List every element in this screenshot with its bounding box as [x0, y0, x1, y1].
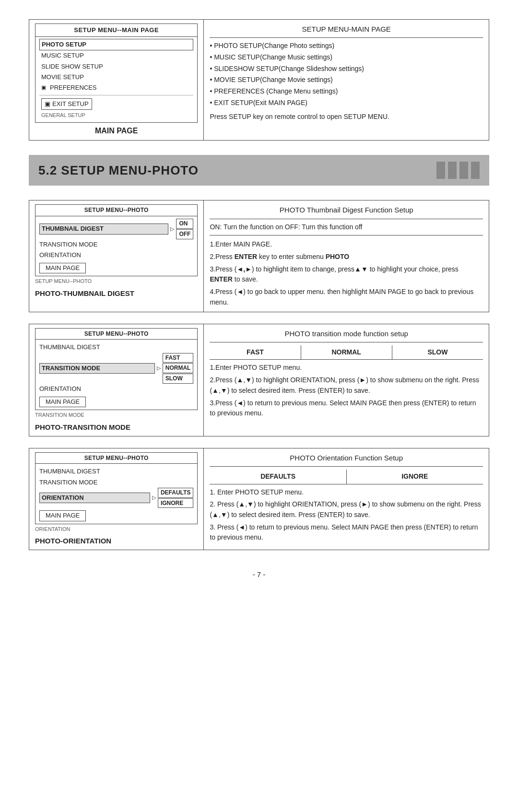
panel1-off-option[interactable]: OFF [176, 229, 193, 239]
panel2-normal-option[interactable]: NORMAL [163, 363, 194, 373]
general-setup-label: GENERAL SETUP [39, 111, 193, 120]
panel2-item-thumbnail[interactable]: THUMBNAIL DIGEST [39, 342, 193, 353]
panel3-menu-box: SETUP MENU--PHOTO THUMBNAIL DIGEST TRANS… [35, 452, 198, 524]
panel2-slow-option[interactable]: SLOW [163, 374, 194, 384]
panel2-col-headers: FAST NORMAL SLOW [210, 345, 483, 360]
panel1-desc-title: PHOTO Thumbnail Digest Function Setup [210, 204, 483, 219]
panel1-thumbnail-label[interactable]: THUMBNAIL DIGEST [39, 224, 168, 234]
photo-setup-label: PHOTO SETUP [42, 40, 86, 49]
main-menu-items: PHOTO SETUP MUSIC SETUP SLIDE SHOW SETUP… [35, 37, 197, 122]
desc-item-3: MOVIE SETUP(Change Movie settings) [210, 75, 483, 85]
panel2-col-fast: FAST [210, 345, 301, 360]
panel3-step-1: 1. Enter PHOTO SETUP menu. [210, 487, 483, 498]
panel1-main-page-btn[interactable]: MAIN PAGE [39, 263, 86, 273]
panel2-transition-label[interactable]: TRANSITION MODE [39, 363, 155, 374]
panel1-menu-box: SETUP MENU--PHOTO THUMBNAIL DIGEST ▷ ON … [35, 204, 198, 276]
panel2-description: PHOTO transition mode function setup FAS… [210, 328, 483, 419]
panel3-steps: 1. Enter PHOTO SETUP menu. 2. Press (▲,▼… [210, 487, 483, 543]
panel3-item-thumbnail[interactable]: THUMBNAIL DIGEST [39, 466, 193, 477]
panel3-menu-body: THUMBNAIL DIGEST TRANSITION MODE ORIENTA… [35, 464, 197, 523]
exit-icon: ▣ [45, 100, 50, 108]
slideshow-setup-label: SLIDE SHOW SETUP [41, 62, 103, 71]
panel2-arrow: ▷ [157, 365, 161, 372]
panel3-arrow: ▷ [152, 494, 156, 501]
panel3-col-headers: DEFAULTS IGNORE [210, 470, 483, 484]
menu-item-preferences[interactable]: ▣ PREFERENCES [39, 82, 193, 93]
panel3-desc-title: PHOTO Orientation Function Setup [210, 452, 483, 467]
panel1-on-option[interactable]: ON [176, 219, 193, 229]
panel1-item-transition[interactable]: TRANSITION MODE [39, 239, 193, 250]
panel3-table: SETUP MENU--PHOTO THUMBNAIL DIGEST TRANS… [29, 448, 489, 550]
panel3-main-page-btn[interactable]: MAIN PAGE [39, 510, 86, 521]
section51-table: SETUP MENU--MAIN PAGE PHOTO SETUP MUSIC … [29, 19, 489, 141]
main-page-footer: MAIN PAGE [35, 126, 198, 136]
main-menu-title: SETUP MENU--MAIN PAGE [35, 24, 197, 37]
panel1-table: SETUP MENU--PHOTO THUMBNAIL DIGEST ▷ ON … [29, 200, 489, 312]
panel2-step-2: 2.Press (▲,▼) to highlight ORIENTATION, … [210, 375, 483, 396]
panel2-options-stack: FAST NORMAL SLOW [163, 353, 194, 384]
panel3-footer: PHOTO-ORIENTATION [35, 536, 198, 546]
panel2-sublabel: TRANSITION MODE [35, 412, 198, 419]
panel3-menu-cell: SETUP MENU--PHOTO THUMBNAIL DIGEST TRANS… [29, 448, 204, 550]
menu-item-slideshow-setup[interactable]: SLIDE SHOW SETUP [39, 61, 193, 72]
panel1-item-thumbnail: THUMBNAIL DIGEST ▷ ON OFF [39, 219, 193, 239]
section52-header: 5.2 SETUP MENU-PHOTO [29, 155, 489, 186]
panel2-steps: 1.Enter PHOTO SETUP menu. 2.Press (▲,▼) … [210, 363, 483, 418]
panel2-main-page-btn[interactable]: MAIN PAGE [39, 397, 86, 407]
panel3-menu-title: SETUP MENU--PHOTO [35, 453, 197, 464]
panel2-table: SETUP MENU--PHOTO THUMBNAIL DIGEST TRANS… [29, 324, 489, 436]
panel2-fast-option[interactable]: FAST [163, 353, 194, 363]
panel3-options-stack: DEFAULTS IGNORE [158, 488, 193, 508]
desc-item-1: MUSIC SETUP(Change Music settings) [210, 52, 483, 63]
panel3-desc-cell: PHOTO Orientation Function Setup DEFAULT… [204, 448, 489, 550]
panel3-sublabel: ORIENTATION [35, 526, 198, 533]
movie-setup-label: MOVIE SETUP [41, 73, 84, 82]
panel2-menu-cell: SETUP MENU--PHOTO THUMBNAIL DIGEST TRANS… [29, 324, 204, 436]
panel1-menu-title: SETUP MENU--PHOTO [35, 205, 197, 216]
header-bar-3 [459, 162, 468, 179]
panel3-description: PHOTO Orientation Function Setup DEFAULT… [210, 452, 483, 543]
panel1-on-off-note: ON: Turn the function on OFF: Turn this … [210, 222, 483, 236]
panel3-step-3: 3. Press (◄) to return to previous menu.… [210, 522, 483, 543]
panel3-orientation-label[interactable]: ORIENTATION [39, 493, 150, 503]
preferences-icon: ▣ [41, 84, 48, 91]
panel1-step-2: 3.Press (◄,►) to highlight item to chang… [210, 264, 483, 285]
menu-item-photo-setup[interactable]: PHOTO SETUP [39, 39, 193, 50]
panel2-menu-box: SETUP MENU--PHOTO THUMBNAIL DIGEST TRANS… [35, 328, 198, 411]
section51-description: SETUP MENU-MAIN PAGE PHOTO SETUP(Change … [210, 24, 483, 122]
desc-items-list: PHOTO SETUP(Change Photo settings) MUSIC… [210, 41, 483, 108]
panel1-desc-cell: PHOTO Thumbnail Digest Function Setup ON… [204, 200, 489, 312]
music-setup-label: MUSIC SETUP [41, 51, 84, 60]
panel3-ignore-option[interactable]: IGNORE [158, 498, 193, 508]
desc-item-2: SLIDESHOW SETUP(Change Slideshow setting… [210, 64, 483, 74]
page-number: - 7 - [29, 569, 489, 579]
panel2-col-normal: NORMAL [301, 345, 392, 360]
section51-desc-cell: SETUP MENU-MAIN PAGE PHOTO SETUP(Change … [204, 20, 489, 141]
section51-menu-cell: SETUP MENU--MAIN PAGE PHOTO SETUP MUSIC … [29, 20, 204, 141]
panel1-menu-cell: SETUP MENU--PHOTO THUMBNAIL DIGEST ▷ ON … [29, 200, 204, 312]
panel1-item-orientation[interactable]: ORIENTATION [39, 250, 193, 260]
menu-item-movie-setup[interactable]: MOVIE SETUP [39, 72, 193, 82]
panel3-item-transition[interactable]: TRANSITION MODE [39, 477, 193, 488]
press-note: Press SETUP key on remote control to ope… [210, 112, 483, 122]
menu-item-exit-setup[interactable]: ▣ EXIT SETUP [41, 98, 92, 110]
menu-item-music-setup[interactable]: MUSIC SETUP [39, 50, 193, 61]
desc-item-5: EXIT SETUP(Exit MAIN PAGE) [210, 98, 483, 108]
panel3-col-ignore: IGNORE [347, 470, 483, 484]
header-bar-1 [436, 162, 445, 179]
panel2-item-orientation[interactable]: ORIENTATION [39, 384, 193, 394]
panel1-on-off-stack: ON OFF [176, 219, 193, 239]
panel3-defaults-option[interactable]: DEFAULTS [158, 488, 193, 498]
panel1-menu-body: THUMBNAIL DIGEST ▷ ON OFF TRANSITION MOD… [35, 216, 197, 276]
panel2-menu-title: SETUP MENU--PHOTO [35, 329, 197, 340]
panel2-item-transition: TRANSITION MODE ▷ FAST NORMAL SLOW [39, 353, 193, 384]
panel2-step-1: 1.Enter PHOTO SETUP menu. [210, 363, 483, 373]
header-bar-2 [448, 162, 457, 179]
panel2-col-slow: SLOW [392, 345, 483, 360]
panel3-col-defaults: DEFAULTS [210, 470, 346, 484]
exit-setup-label: EXIT SETUP [52, 100, 89, 108]
panel2-desc-cell: PHOTO transition mode function setup FAS… [204, 324, 489, 436]
panel2-desc-title: PHOTO transition mode function setup [210, 328, 483, 342]
panel1-footer: PHOTO-THUMBNAIL DIGEST [35, 288, 198, 298]
panel1-sublabel: SETUP MENU--PHOTO [35, 278, 198, 285]
